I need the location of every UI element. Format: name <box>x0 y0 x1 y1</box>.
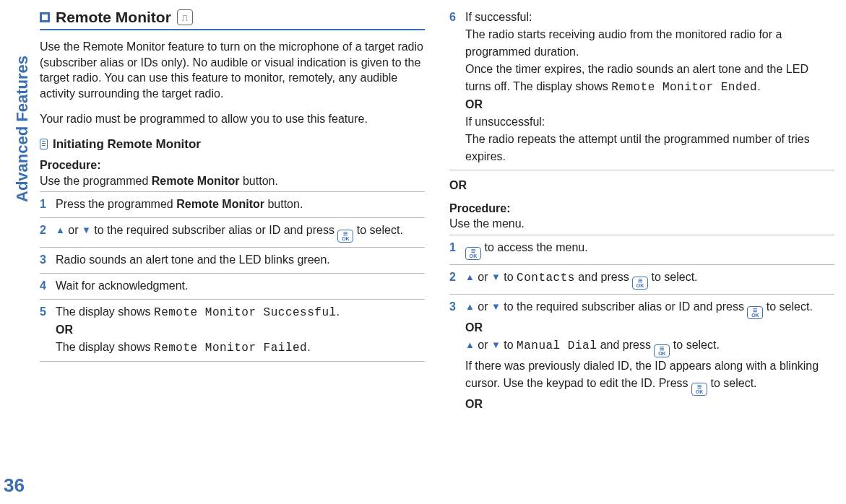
ok-button-icon: ☰OK <box>337 230 353 243</box>
step-number: 5 <box>40 303 50 357</box>
ok-button-icon: ☰OK <box>465 247 481 260</box>
step-number: 4 <box>40 277 50 295</box>
procedure-heading-2: Procedure: Use the menu. <box>449 201 834 232</box>
step-row: 1 Press the programmed Remote Monitor bu… <box>40 191 425 217</box>
intro-paragraph-1: Use the Remote Monitor feature to turn o… <box>40 39 425 101</box>
ok-button-icon: ☰OK <box>632 277 648 290</box>
step-row: 2 ▲ or ▼ to the required subscriber alia… <box>40 217 425 247</box>
nav-down-icon: ▼ <box>491 301 501 312</box>
or-separator: OR <box>449 178 834 194</box>
step-number: 2 <box>40 222 50 243</box>
ok-button-icon: ☰OK <box>654 344 670 357</box>
nav-up-icon: ▲ <box>465 339 475 350</box>
step-number: 6 <box>449 9 459 165</box>
section-title: Remote Monitor <box>56 9 171 26</box>
section-rule <box>40 29 425 30</box>
nav-up-icon: ▲ <box>56 225 65 235</box>
step-text: Radio sounds an alert tone and the LED b… <box>56 251 425 269</box>
nav-down-icon: ▼ <box>491 339 501 350</box>
intro-paragraph-2: Your radio must be programmed to allow y… <box>40 111 425 127</box>
step-text: Press the programmed Remote Monitor butt… <box>56 196 425 213</box>
step-text: ▲ or ▼ to Contacts and press ☰OK to sele… <box>465 269 834 290</box>
step-number: 2 <box>449 269 459 290</box>
nav-down-icon: ▼ <box>491 271 501 282</box>
step-row: 6 If successful: The radio starts receiv… <box>449 9 834 170</box>
step-row: 4 Wait for acknowledgment. <box>40 273 425 299</box>
step-text: Wait for acknowledgment. <box>56 277 425 295</box>
step-text: If successful: The radio starts receivin… <box>465 9 834 165</box>
page-number: 36 <box>4 474 25 497</box>
step-number: 3 <box>449 298 459 413</box>
nav-down-icon: ▼ <box>82 225 91 235</box>
step-row: 2 ▲ or ▼ to Contacts and press ☰OK to se… <box>449 264 834 294</box>
subsection-title: Initiating Remote Monitor <box>53 137 201 152</box>
step-text: ▲ or ▼ to the required subscriber alias … <box>465 298 834 413</box>
ok-button-icon: ☰OK <box>691 383 707 396</box>
step-row: 3 Radio sounds an alert tone and the LED… <box>40 247 425 273</box>
step-text: ▲ or ▼ to the required subscriber alias … <box>56 222 425 243</box>
step-text: The display shows Remote Monitor Success… <box>56 303 425 357</box>
step-row: 3 ▲ or ▼ to the required subscriber alia… <box>449 294 834 417</box>
step-number: 1 <box>40 196 50 213</box>
nav-up-icon: ▲ <box>465 301 475 312</box>
sidebar-section-label: Advanced Features <box>13 56 32 202</box>
procedure-doc-icon <box>40 139 48 149</box>
section-bullet-icon <box>40 12 50 22</box>
step-number: 1 <box>449 239 459 260</box>
step-row: 1 ☰OK to access the menu. <box>449 235 834 264</box>
step-number: 3 <box>40 251 50 269</box>
ok-button-icon: ☰OK <box>747 306 763 319</box>
remote-monitor-icon: ⎍ <box>177 9 193 25</box>
nav-up-icon: ▲ <box>465 271 475 282</box>
step-text: ☰OK to access the menu. <box>465 239 834 260</box>
step-row: 5 The display shows Remote Monitor Succe… <box>40 299 425 362</box>
procedure-heading: Procedure: Use the programmed Remote Mon… <box>40 157 425 188</box>
